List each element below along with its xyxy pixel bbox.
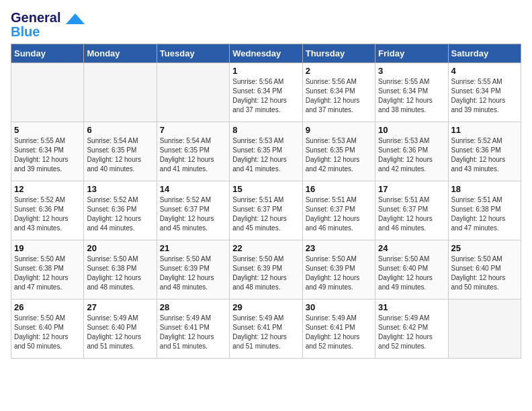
day-info: Sunrise: 5:49 AM Sunset: 6:40 PM Dayligh… — [87, 314, 153, 351]
calendar-cell: 1 Sunrise: 5:56 AM Sunset: 6:34 PM Dayli… — [230, 63, 302, 122]
calendar-cell — [84, 63, 157, 122]
week-row-2: 12 Sunrise: 5:52 AM Sunset: 6:36 PM Dayl… — [11, 181, 521, 240]
calendar-cell: 16 Sunrise: 5:51 AM Sunset: 6:37 PM Dayl… — [302, 181, 375, 240]
week-row-3: 19 Sunrise: 5:50 AM Sunset: 6:38 PM Dayl… — [11, 240, 521, 300]
day-info: Sunrise: 5:51 AM Sunset: 6:37 PM Dayligh… — [378, 195, 445, 233]
day-info: Sunrise: 5:52 AM Sunset: 6:36 PM Dayligh… — [87, 195, 153, 233]
day-info: Sunrise: 5:52 AM Sunset: 6:36 PM Dayligh… — [451, 136, 518, 174]
day-number: 13 — [87, 184, 153, 194]
day-info: Sunrise: 5:52 AM Sunset: 6:37 PM Dayligh… — [160, 195, 226, 233]
header-wednesday: Wednesday — [230, 44, 302, 63]
day-info: Sunrise: 5:52 AM Sunset: 6:36 PM Dayligh… — [14, 195, 81, 233]
calendar-cell: 5 Sunrise: 5:55 AM Sunset: 6:34 PM Dayli… — [11, 122, 84, 181]
logo-general: General — [11, 10, 60, 25]
day-number: 3 — [378, 66, 445, 76]
calendar-cell: 11 Sunrise: 5:52 AM Sunset: 6:36 PM Dayl… — [448, 122, 521, 181]
calendar-cell: 31 Sunrise: 5:49 AM Sunset: 6:42 PM Dayl… — [375, 300, 448, 359]
calendar-cell: 21 Sunrise: 5:50 AM Sunset: 6:39 PM Dayl… — [157, 240, 229, 300]
day-number: 4 — [451, 66, 518, 76]
day-info: Sunrise: 5:50 AM Sunset: 6:39 PM Dayligh… — [232, 255, 299, 292]
header-monday: Monday — [84, 44, 157, 63]
day-info: Sunrise: 5:51 AM Sunset: 6:37 PM Dayligh… — [306, 195, 372, 233]
day-number: 22 — [232, 243, 299, 253]
calendar-cell: 30 Sunrise: 5:49 AM Sunset: 6:41 PM Dayl… — [302, 300, 375, 359]
day-number: 20 — [87, 243, 153, 253]
header-sunday: Sunday — [11, 44, 84, 63]
day-number: 17 — [378, 184, 445, 194]
day-info: Sunrise: 5:50 AM Sunset: 6:38 PM Dayligh… — [87, 255, 153, 292]
calendar-cell: 14 Sunrise: 5:52 AM Sunset: 6:37 PM Dayl… — [157, 181, 229, 240]
day-info: Sunrise: 5:51 AM Sunset: 6:38 PM Dayligh… — [451, 195, 518, 233]
calendar-cell: 17 Sunrise: 5:51 AM Sunset: 6:37 PM Dayl… — [375, 181, 448, 240]
header-saturday: Saturday — [448, 44, 521, 63]
day-info: Sunrise: 5:54 AM Sunset: 6:35 PM Dayligh… — [87, 136, 153, 174]
day-info: Sunrise: 5:50 AM Sunset: 6:40 PM Dayligh… — [378, 255, 445, 292]
svg-marker-0 — [66, 13, 85, 24]
day-info: Sunrise: 5:56 AM Sunset: 6:34 PM Dayligh… — [232, 77, 299, 115]
day-info: Sunrise: 5:54 AM Sunset: 6:35 PM Dayligh… — [160, 136, 226, 174]
calendar-cell: 27 Sunrise: 5:49 AM Sunset: 6:40 PM Dayl… — [84, 300, 157, 359]
calendar-cell: 18 Sunrise: 5:51 AM Sunset: 6:38 PM Dayl… — [448, 181, 521, 240]
day-number: 24 — [378, 243, 445, 253]
calendar-cell — [448, 300, 521, 359]
calendar-cell — [157, 63, 229, 122]
day-number: 25 — [451, 243, 518, 253]
day-number: 26 — [14, 302, 81, 312]
calendar-cell: 23 Sunrise: 5:50 AM Sunset: 6:39 PM Dayl… — [302, 240, 375, 300]
day-number: 28 — [160, 302, 226, 312]
calendar-table: SundayMondayTuesdayWednesdayThursdayFrid… — [11, 44, 521, 359]
calendar-body: 1 Sunrise: 5:56 AM Sunset: 6:34 PM Dayli… — [11, 63, 521, 359]
day-info: Sunrise: 5:53 AM Sunset: 6:35 PM Dayligh… — [232, 136, 299, 174]
logo: General Blue — [11, 11, 85, 38]
week-row-1: 5 Sunrise: 5:55 AM Sunset: 6:34 PM Dayli… — [11, 122, 521, 181]
day-number: 8 — [232, 125, 299, 135]
calendar-cell: 19 Sunrise: 5:50 AM Sunset: 6:38 PM Dayl… — [11, 240, 84, 300]
calendar-cell: 8 Sunrise: 5:53 AM Sunset: 6:35 PM Dayli… — [230, 122, 302, 181]
day-info: Sunrise: 5:49 AM Sunset: 6:42 PM Dayligh… — [378, 314, 445, 351]
day-number: 19 — [14, 243, 81, 253]
calendar-cell: 4 Sunrise: 5:55 AM Sunset: 6:34 PM Dayli… — [448, 63, 521, 122]
day-number: 15 — [232, 184, 299, 194]
calendar-cell: 7 Sunrise: 5:54 AM Sunset: 6:35 PM Dayli… — [157, 122, 229, 181]
day-number: 12 — [14, 184, 81, 194]
day-info: Sunrise: 5:56 AM Sunset: 6:34 PM Dayligh… — [306, 77, 372, 115]
day-number: 11 — [451, 125, 518, 135]
page-header: General Blue — [11, 11, 521, 38]
calendar-cell: 26 Sunrise: 5:50 AM Sunset: 6:40 PM Dayl… — [11, 300, 84, 359]
calendar-header-row: SundayMondayTuesdayWednesdayThursdayFrid… — [11, 44, 521, 63]
calendar-cell: 2 Sunrise: 5:56 AM Sunset: 6:34 PM Dayli… — [302, 63, 375, 122]
day-number: 7 — [160, 125, 226, 135]
day-number: 31 — [378, 302, 445, 312]
calendar-cell: 28 Sunrise: 5:49 AM Sunset: 6:41 PM Dayl… — [157, 300, 229, 359]
week-row-0: 1 Sunrise: 5:56 AM Sunset: 6:34 PM Dayli… — [11, 63, 521, 122]
header-tuesday: Tuesday — [157, 44, 229, 63]
day-number: 30 — [306, 302, 372, 312]
day-number: 1 — [232, 66, 299, 76]
calendar-cell: 9 Sunrise: 5:53 AM Sunset: 6:35 PM Dayli… — [302, 122, 375, 181]
day-number: 27 — [87, 302, 153, 312]
day-info: Sunrise: 5:55 AM Sunset: 6:34 PM Dayligh… — [14, 136, 81, 174]
day-number: 5 — [14, 125, 81, 135]
calendar-cell: 22 Sunrise: 5:50 AM Sunset: 6:39 PM Dayl… — [230, 240, 302, 300]
day-number: 2 — [306, 66, 372, 76]
day-info: Sunrise: 5:49 AM Sunset: 6:41 PM Dayligh… — [160, 314, 226, 351]
day-info: Sunrise: 5:49 AM Sunset: 6:41 PM Dayligh… — [232, 314, 299, 351]
day-info: Sunrise: 5:51 AM Sunset: 6:37 PM Dayligh… — [232, 195, 299, 233]
day-info: Sunrise: 5:50 AM Sunset: 6:38 PM Dayligh… — [14, 255, 81, 292]
calendar-cell: 25 Sunrise: 5:50 AM Sunset: 6:40 PM Dayl… — [448, 240, 521, 300]
day-info: Sunrise: 5:55 AM Sunset: 6:34 PM Dayligh… — [378, 77, 445, 115]
day-info: Sunrise: 5:50 AM Sunset: 6:39 PM Dayligh… — [306, 255, 372, 292]
calendar-cell: 29 Sunrise: 5:49 AM Sunset: 6:41 PM Dayl… — [230, 300, 302, 359]
calendar-cell: 24 Sunrise: 5:50 AM Sunset: 6:40 PM Dayl… — [375, 240, 448, 300]
calendar-cell: 10 Sunrise: 5:53 AM Sunset: 6:36 PM Dayl… — [375, 122, 448, 181]
calendar-cell: 13 Sunrise: 5:52 AM Sunset: 6:36 PM Dayl… — [84, 181, 157, 240]
day-number: 14 — [160, 184, 226, 194]
day-number: 18 — [451, 184, 518, 194]
day-info: Sunrise: 5:53 AM Sunset: 6:36 PM Dayligh… — [378, 136, 445, 174]
day-info: Sunrise: 5:50 AM Sunset: 6:40 PM Dayligh… — [451, 255, 518, 292]
calendar-cell: 15 Sunrise: 5:51 AM Sunset: 6:37 PM Dayl… — [230, 181, 302, 240]
logo-blue: Blue — [11, 25, 40, 38]
calendar-cell: 6 Sunrise: 5:54 AM Sunset: 6:35 PM Dayli… — [84, 122, 157, 181]
header-thursday: Thursday — [302, 44, 375, 63]
calendar-cell: 3 Sunrise: 5:55 AM Sunset: 6:34 PM Dayli… — [375, 63, 448, 122]
